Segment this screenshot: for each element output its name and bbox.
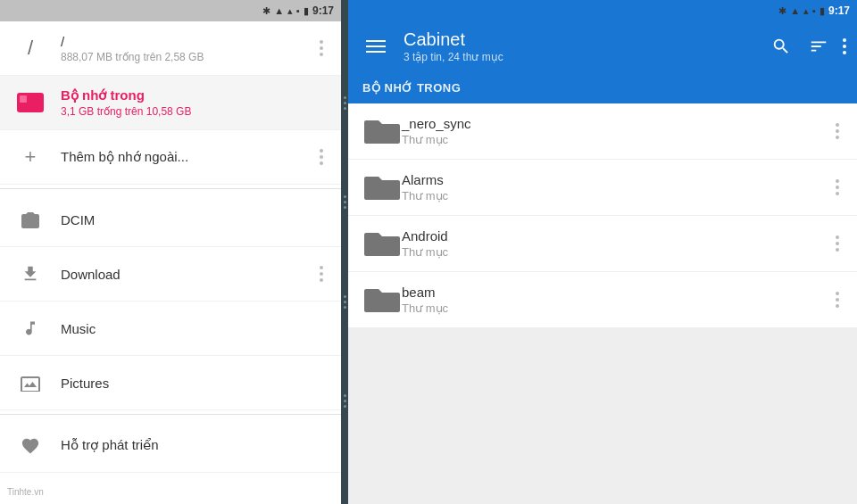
dots-group-3 — [344, 295, 346, 309]
add-storage-icon: + — [14, 141, 46, 173]
battery-icon-right: ▮ — [820, 5, 825, 17]
file-list: _nero_sync Thư mục Alarms Thư mục — [348, 103, 857, 504]
file-more-beam[interactable] — [832, 288, 843, 311]
pictures-icon — [14, 367, 46, 399]
add-storage-more-button[interactable] — [316, 145, 327, 169]
file-type-beam: Thư mục — [402, 302, 832, 315]
root-more-button[interactable] — [316, 37, 327, 60]
internal-storage-subtitle: 3,1 GB trống trên 10,58 GB — [61, 105, 327, 118]
camera-icon — [14, 203, 46, 235]
nav-divider-1 — [0, 188, 341, 189]
nav-divider-2 — [0, 414, 341, 415]
file-type-android: Thư mục — [402, 245, 832, 259]
time-right: 9:17 — [828, 4, 850, 17]
nav-item-add-storage[interactable]: + Thêm bộ nhớ ngoài... — [0, 130, 341, 185]
dots-group-4 — [344, 394, 346, 408]
app-toolbar: Cabinet 3 tập tin, 24 thư mục — [348, 21, 857, 71]
file-name-beam: beam — [402, 285, 832, 300]
bt-icon-right: ✱ — [778, 5, 786, 17]
toolbar-actions — [764, 29, 850, 63]
more-options-button[interactable] — [839, 29, 850, 63]
file-item-android[interactable]: Android Thư mục — [348, 216, 857, 271]
breadcrumb-text: BỘ NHỚ TRONG — [362, 81, 461, 95]
file-name-android: Android — [402, 228, 832, 244]
status-bar-right: ✱ ▲ ▴ ▪ ▮ 9:17 — [348, 0, 857, 21]
watermark: Tinhte.vn — [7, 487, 44, 497]
download-more-button[interactable] — [316, 262, 327, 285]
download-icon — [14, 258, 46, 290]
right-panel: ✱ ▲ ▴ ▪ ▮ 9:17 Cabinet 3 tập tin, 24 thư… — [348, 0, 857, 504]
support-title: Hỗ trợ phát triển — [61, 437, 327, 453]
sdcard-icon — [14, 87, 46, 119]
nav-item-support[interactable]: Hỗ trợ phát triển — [0, 418, 341, 473]
time-left: 9:17 — [312, 4, 334, 17]
nav-item-root[interactable]: / / 888,07 MB trống trên 2,58 GB — [0, 21, 341, 76]
root-title: / — [61, 34, 316, 49]
folder-icon-alarms — [362, 171, 402, 203]
nav-section: / / 888,07 MB trống trên 2,58 GB Bộ nhớ … — [0, 21, 341, 504]
music-icon — [14, 312, 46, 344]
root-icon: / — [14, 32, 46, 64]
bluetooth-icon: ✱ — [262, 5, 270, 17]
download-title: Download — [61, 267, 316, 282]
nav-item-music[interactable]: Music — [0, 302, 341, 356]
vibrate-icon-right: ▲ — [790, 5, 800, 16]
add-storage-title: Thêm bộ nhớ ngoài... — [61, 149, 316, 165]
nav-item-download[interactable]: Download — [0, 247, 341, 302]
battery-icon: ▮ — [304, 5, 309, 17]
vibrate-icon: ▲ — [274, 5, 284, 16]
wifi-icon-right: ▴ — [803, 5, 809, 17]
internal-storage-title: Bộ nhớ trong — [61, 87, 327, 103]
dcim-title: DCIM — [61, 212, 327, 227]
nav-item-dcim[interactable]: DCIM — [0, 193, 341, 247]
file-type-nero-sync: Thư mục — [402, 133, 832, 146]
menu-button[interactable] — [362, 37, 389, 56]
file-more-alarms[interactable] — [832, 176, 843, 199]
folder-icon-nero-sync — [362, 115, 402, 147]
breadcrumb-bar: BỘ NHỚ TRONG — [348, 71, 857, 103]
file-type-alarms: Thư mục — [402, 189, 832, 202]
search-button[interactable] — [764, 29, 798, 63]
signal-icon-right: ▪ — [812, 5, 816, 16]
status-bar-left: ✱ ▲ ▴ ▪ ▮ 9:17 — [0, 0, 341, 21]
folder-icon-beam — [362, 284, 402, 316]
file-more-nero-sync[interactable] — [832, 120, 843, 143]
left-panel: ✱ ▲ ▴ ▪ ▮ 9:17 / / 888,07 MB trống trên … — [0, 0, 341, 504]
root-subtitle: 888,07 MB trống trên 2,58 GB — [61, 51, 316, 63]
music-title: Music — [61, 321, 327, 336]
file-name-nero-sync: _nero_sync — [402, 116, 832, 131]
folder-icon-android — [362, 227, 402, 260]
file-item-alarms[interactable]: Alarms Thư mục — [348, 160, 857, 215]
app-subtitle: 3 tập tin, 24 thư mục — [404, 51, 750, 63]
dots-group-2 — [344, 195, 346, 209]
nav-item-pictures[interactable]: Pictures — [0, 356, 341, 410]
file-item-nero-sync[interactable]: _nero_sync Thư mục — [348, 103, 857, 159]
file-more-android[interactable] — [832, 232, 843, 255]
dots-group-1 — [344, 96, 346, 110]
pictures-title: Pictures — [61, 376, 327, 391]
wifi-icon: ▴ — [287, 5, 293, 17]
panel-divider — [341, 0, 348, 504]
app-name: Cabinet — [404, 29, 750, 50]
file-name-alarms: Alarms — [402, 172, 832, 187]
sort-button[interactable] — [802, 29, 836, 63]
file-item-beam[interactable]: beam Thư mục — [348, 272, 857, 327]
signal-icon: ▪ — [296, 5, 300, 16]
nav-item-internal-storage[interactable]: Bộ nhớ trong 3,1 GB trống trên 10,58 GB — [0, 76, 341, 130]
heart-icon — [14, 429, 46, 461]
